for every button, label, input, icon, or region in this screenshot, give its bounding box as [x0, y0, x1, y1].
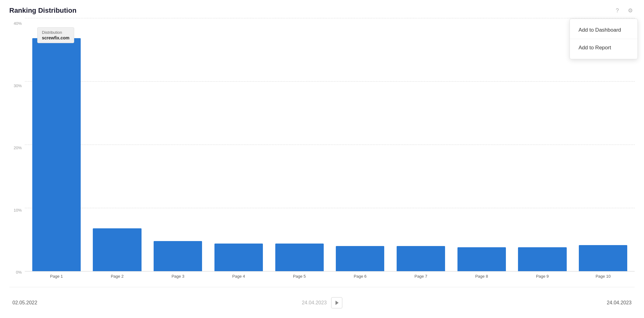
bar-page-2[interactable] — [93, 228, 141, 271]
x-label-page-5: Page 5 — [271, 274, 328, 284]
bar-page-4[interactable] — [214, 244, 263, 271]
bar-page-5[interactable] — [275, 244, 324, 271]
timeline-start-date: 02.05.2022 — [12, 300, 37, 306]
help-icon-button[interactable]: ? — [613, 6, 622, 15]
axis-line — [25, 271, 635, 271]
y-label-40: 40% — [14, 21, 22, 26]
x-label-page-2: Page 2 — [89, 274, 146, 284]
bar-page-10[interactable] — [579, 245, 627, 271]
header: Ranking Distribution ? ⚙ — [9, 6, 635, 15]
bar-group-1 — [28, 18, 85, 271]
bar-page-7[interactable] — [397, 246, 445, 271]
chart-area: 40% 30% 20% 10% 0% — [9, 18, 635, 284]
x-label-page-7: Page 7 — [392, 274, 449, 284]
page-container: Ranking Distribution ? ⚙ Add to Dashboar… — [0, 0, 644, 318]
bars-container — [25, 18, 635, 271]
bar-page-8[interactable] — [457, 247, 506, 271]
y-label-20: 20% — [14, 146, 22, 150]
timeline-bar: 02.05.2022 24.04.2023 24.04.2023 — [9, 287, 635, 312]
settings-icon-button[interactable]: ⚙ — [626, 6, 635, 15]
grid-and-bars: Distribution screwfix.com — [25, 18, 635, 271]
bar-group-4 — [210, 18, 267, 271]
bar-group-6 — [332, 18, 389, 271]
add-to-report-button[interactable]: Add to Report — [570, 39, 637, 56]
chart-wrapper: 40% 30% 20% 10% 0% — [9, 18, 635, 312]
y-label-30: 30% — [14, 83, 22, 88]
x-label-page-6: Page 6 — [332, 274, 389, 284]
bar-page-1[interactable] — [32, 38, 81, 271]
dropdown-menu: Add to Dashboard Add to Report — [570, 19, 638, 59]
x-label-page-3: Page 3 — [149, 274, 206, 284]
y-label-10: 10% — [14, 208, 22, 213]
play-icon — [336, 301, 339, 305]
bar-page-3[interactable] — [154, 241, 202, 271]
bar-page-9[interactable] — [518, 247, 566, 271]
page-title: Ranking Distribution — [9, 7, 76, 15]
bar-group-8 — [453, 18, 510, 271]
timeline-current-date: 24.04.2023 — [302, 300, 327, 306]
x-axis: Page 1Page 2Page 3Page 4Page 5Page 6Page… — [25, 271, 635, 284]
bar-page-6[interactable] — [336, 246, 384, 271]
bar-group-9 — [514, 18, 571, 271]
bar-group-7 — [392, 18, 449, 271]
chart-inner: Distribution screwfix.com Page 1Page 2Pa… — [25, 18, 635, 284]
x-label-page-1: Page 1 — [28, 274, 85, 284]
bar-group-2 — [89, 18, 146, 271]
x-label-page-10: Page 10 — [574, 274, 632, 284]
header-icons: ? ⚙ — [613, 6, 635, 15]
x-label-page-8: Page 8 — [453, 274, 510, 284]
timeline-end-date: 24.04.2023 — [607, 300, 632, 306]
y-axis: 40% 30% 20% 10% 0% — [9, 18, 25, 284]
bar-group-5 — [271, 18, 328, 271]
add-to-dashboard-button[interactable]: Add to Dashboard — [570, 21, 637, 39]
x-label-page-4: Page 4 — [210, 274, 267, 284]
timeline-center: 24.04.2023 — [302, 297, 342, 308]
y-label-0: 0% — [16, 270, 22, 275]
bar-group-3 — [149, 18, 206, 271]
x-label-page-9: Page 9 — [514, 274, 571, 284]
play-button[interactable] — [331, 297, 342, 308]
